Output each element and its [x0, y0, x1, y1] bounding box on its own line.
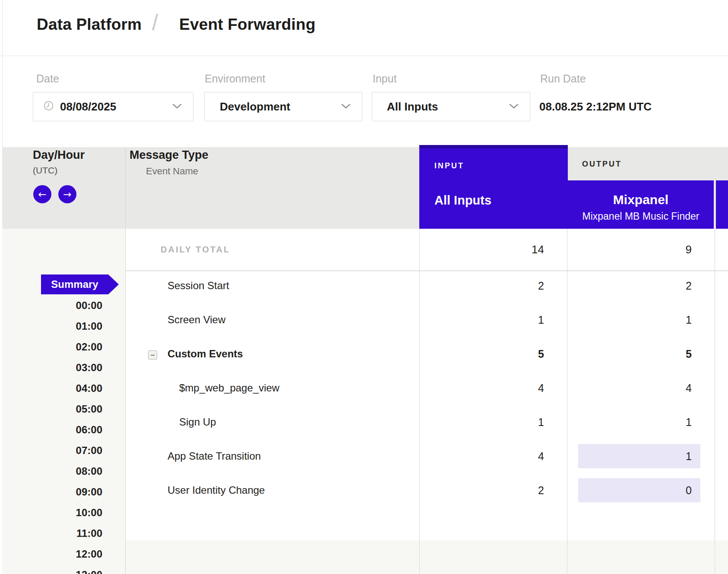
output-column-header[interactable]: Mixpanel Mixpanel MB Music Finder: [568, 180, 714, 229]
date-value: 08/08/2025: [60, 100, 116, 114]
next-output-column-header[interactable]: [716, 180, 728, 229]
breadcrumb-separator: /: [152, 9, 158, 35]
event-row-label[interactable]: App State Transition: [168, 444, 261, 468]
daily-total-input-value: 14: [419, 229, 544, 271]
page-title: Event Forwarding: [179, 16, 316, 34]
event-row-input-value: 4: [419, 444, 544, 468]
hour-row-03[interactable]: 03:00: [26, 361, 102, 374]
event-row-input-value: 1: [419, 308, 544, 332]
event-row-label[interactable]: User Identity Change: [168, 478, 265, 502]
next-column-divider: [715, 229, 715, 574]
run-date-label: Run Date: [540, 73, 586, 85]
next-day-button[interactable]: →: [58, 185, 76, 203]
hour-row-11[interactable]: 11:00: [26, 527, 102, 540]
event-row-output-value: 2: [568, 274, 692, 298]
hour-row-00[interactable]: 00:00: [26, 299, 102, 312]
environment-value: Development: [220, 100, 290, 114]
date-dropdown[interactable]: 08/08/2025: [33, 92, 193, 121]
hour-row-01[interactable]: 01:00: [26, 320, 102, 333]
event-forwarding-page: Data Platform / Event Forwarding Date 08…: [0, 0, 728, 574]
daily-total-label: DAILY TOTAL: [161, 229, 230, 271]
event-row-input-value: 4: [419, 376, 544, 400]
input-column-name: All Inputs: [434, 193, 491, 208]
event-row-output-value: 1: [568, 410, 692, 434]
hour-row-07[interactable]: 07:00: [26, 444, 102, 457]
environment-filter-label: Environment: [205, 73, 265, 85]
sidebar-divider: [125, 147, 126, 574]
hour-row-08[interactable]: 08:00: [26, 465, 102, 478]
hour-row-09[interactable]: 09:00: [26, 486, 102, 498]
breadcrumb-section[interactable]: Data Platform: [37, 16, 142, 34]
daily-total-divider: [125, 271, 728, 271]
output-connection-subtitle: Mixpanel MB Music Finder: [568, 211, 714, 222]
event-row-output-value: 1: [568, 308, 692, 332]
chevron-down-icon: [509, 103, 519, 110]
date-filter-label: Date: [36, 73, 59, 85]
hour-row-05[interactable]: 05:00: [26, 403, 102, 416]
minus-square-icon[interactable]: [148, 350, 157, 360]
hour-row-06[interactable]: 06:00: [26, 423, 102, 436]
event-row-label[interactable]: Session Start: [168, 274, 229, 298]
day-hour-column-title: Day/Hour: [33, 148, 85, 162]
summary-row-badge[interactable]: Summary: [41, 274, 119, 294]
event-row-input-value: 2: [419, 478, 544, 502]
event-row-output-value: 4: [568, 376, 692, 400]
message-type-column-title: Message Type: [130, 148, 209, 162]
event-row-input-value: 5: [419, 342, 544, 366]
hour-row-04[interactable]: 04:00: [26, 382, 102, 395]
header-divider: [0, 56, 728, 56]
previous-day-button[interactable]: ←: [33, 185, 51, 203]
event-row-input-value: 1: [419, 410, 544, 434]
run-date-value: 08.08.25 2:12PM UTC: [539, 92, 652, 121]
day-hour-column-subtitle: (UTC): [33, 165, 57, 176]
output-column-kicker: OUTPUT: [582, 160, 622, 169]
event-row-output-value: 5: [568, 342, 692, 366]
input-column-header[interactable]: INPUT All Inputs: [419, 145, 568, 229]
hour-row-12[interactable]: 12:00: [26, 548, 102, 561]
event-row-label[interactable]: Sign Up: [179, 410, 216, 434]
output-column-divider: [567, 229, 567, 574]
event-row-output-value: 0: [568, 478, 692, 502]
daily-total-output-value: 9: [568, 229, 692, 271]
arrow-right-icon: →: [63, 189, 71, 199]
environment-dropdown[interactable]: Development: [204, 92, 362, 121]
chevron-down-icon: [341, 103, 351, 110]
event-row-input-value: 2: [419, 274, 544, 298]
event-row-output-value: 1: [568, 444, 692, 468]
table-footer-band: [125, 540, 728, 574]
event-name-column-subtitle: Event Name: [146, 166, 198, 177]
input-dropdown[interactable]: All Inputs: [372, 92, 530, 121]
event-row-label[interactable]: Screen View: [168, 308, 225, 332]
output-connection-name: Mixpanel: [568, 192, 714, 207]
input-filter-label: Input: [373, 73, 397, 85]
summary-row-label: Summary: [41, 278, 108, 290]
clock-icon: [44, 101, 54, 113]
event-row-label[interactable]: $mp_web_page_view: [179, 376, 279, 400]
chevron-down-icon: [172, 103, 182, 110]
input-column-kicker: INPUT: [434, 161, 464, 170]
hour-row-10[interactable]: 10:00: [26, 506, 102, 519]
hour-row-02[interactable]: 02:00: [26, 341, 102, 353]
event-row-label[interactable]: Custom Events: [168, 342, 243, 366]
arrow-left-icon: ←: [38, 189, 46, 199]
hour-row-13[interactable]: 13:00: [26, 568, 102, 574]
input-filter-value: All Inputs: [387, 100, 438, 114]
